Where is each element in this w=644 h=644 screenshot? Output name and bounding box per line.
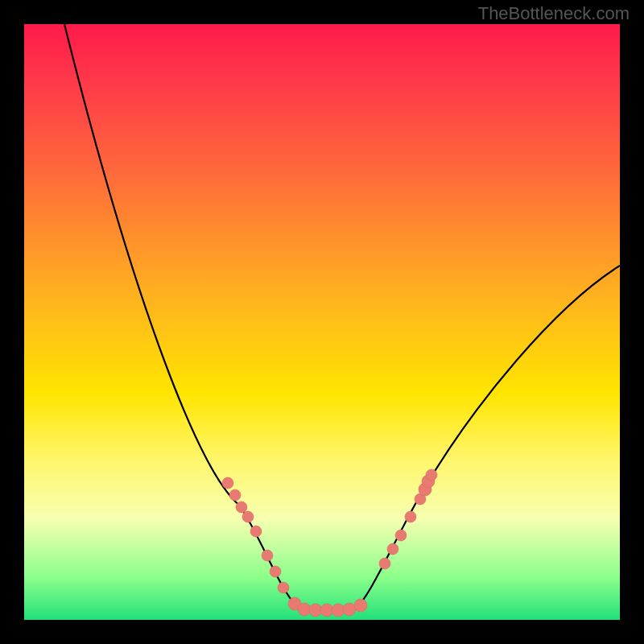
data-point	[229, 489, 241, 501]
data-point	[320, 604, 333, 617]
data-point	[222, 477, 233, 489]
data-point	[250, 526, 262, 537]
bottleneck-curve	[64, 24, 620, 610]
watermark-text: TheBottleneck.com	[478, 3, 630, 24]
data-point	[236, 502, 247, 513]
data-point	[426, 469, 437, 481]
data-point	[262, 550, 273, 561]
data-point	[298, 603, 311, 616]
data-point	[270, 566, 281, 577]
data-point	[405, 511, 416, 522]
data-point	[332, 604, 345, 617]
data-point	[309, 604, 322, 617]
data-point	[395, 530, 407, 541]
data-points	[222, 469, 437, 617]
plot-area	[24, 24, 620, 620]
chart-frame: TheBottleneck.com	[0, 0, 644, 644]
data-point	[343, 603, 356, 616]
curve-svg	[24, 24, 620, 620]
data-point	[387, 543, 398, 555]
data-point	[354, 599, 367, 612]
data-point	[379, 558, 390, 569]
data-point	[242, 511, 254, 522]
data-point	[278, 582, 289, 593]
